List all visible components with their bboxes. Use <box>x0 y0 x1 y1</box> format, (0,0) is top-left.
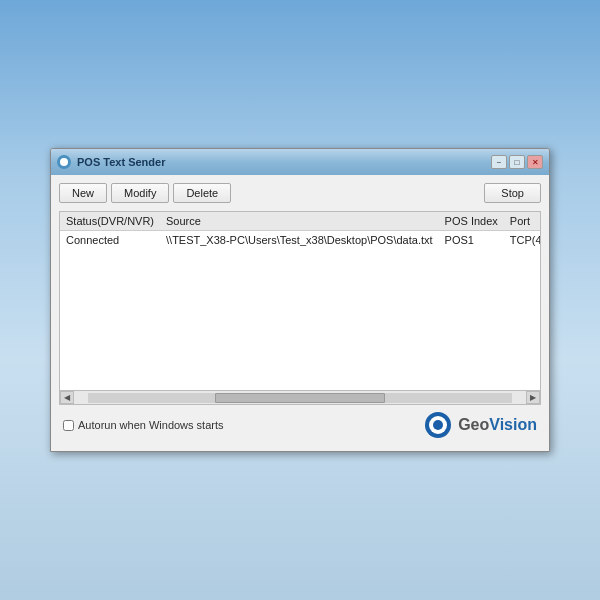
footer: Autorun when Windows starts GeoVision <box>59 405 541 443</box>
scroll-left-arrow[interactable]: ◀ <box>60 391 74 404</box>
close-button[interactable]: ✕ <box>527 155 543 169</box>
stop-button[interactable]: Stop <box>484 183 541 203</box>
modify-button[interactable]: Modify <box>111 183 169 203</box>
toolbar: New Modify Delete Stop <box>59 183 541 203</box>
horizontal-scrollbar[interactable]: ◀ ▶ <box>59 391 541 405</box>
window-title: POS Text Sender <box>77 156 491 168</box>
col-port: Port <box>504 212 541 231</box>
delete-button[interactable]: Delete <box>173 183 231 203</box>
toolbar-left: New Modify Delete <box>59 183 231 203</box>
data-table: Status(DVR/NVR) Source POS Index Port Pa… <box>60 212 541 249</box>
data-table-container: Status(DVR/NVR) Source POS Index Port Pa… <box>59 211 541 391</box>
table-row[interactable]: Connected\\TEST_X38-PC\Users\Test_x38\De… <box>60 231 541 250</box>
scroll-track[interactable] <box>88 393 512 403</box>
geovision-logo: GeoVision <box>424 411 537 439</box>
app-icon-inner <box>60 158 68 166</box>
new-button[interactable]: New <box>59 183 107 203</box>
window-controls: − □ ✕ <box>491 155 543 169</box>
scroll-thumb[interactable] <box>215 393 385 403</box>
col-source: Source <box>160 212 439 231</box>
minimize-button[interactable]: − <box>491 155 507 169</box>
table-header-row: Status(DVR/NVR) Source POS Index Port Pa… <box>60 212 541 231</box>
autorun-label[interactable]: Autorun when Windows starts <box>63 419 224 431</box>
cell-source: \\TEST_X38-PC\Users\Test_x38\Desktop\POS… <box>160 231 439 250</box>
cell-status: Connected <box>60 231 160 250</box>
window-content: New Modify Delete Stop Status(DVR/NVR) S… <box>51 175 549 451</box>
maximize-button[interactable]: □ <box>509 155 525 169</box>
titlebar: POS Text Sender − □ ✕ <box>51 149 549 175</box>
autorun-text: Autorun when Windows starts <box>78 419 224 431</box>
cell-pos_index: POS1 <box>439 231 504 250</box>
geovision-icon <box>424 411 452 439</box>
cell-port: TCP(4000) <box>504 231 541 250</box>
scroll-right-arrow[interactable]: ▶ <box>526 391 540 404</box>
main-window: POS Text Sender − □ ✕ New Modify Delete … <box>50 148 550 452</box>
app-icon <box>57 155 71 169</box>
svg-point-2 <box>433 420 443 430</box>
col-pos-index: POS Index <box>439 212 504 231</box>
autorun-checkbox[interactable] <box>63 420 74 431</box>
brand-name: GeoVision <box>458 416 537 434</box>
col-status: Status(DVR/NVR) <box>60 212 160 231</box>
